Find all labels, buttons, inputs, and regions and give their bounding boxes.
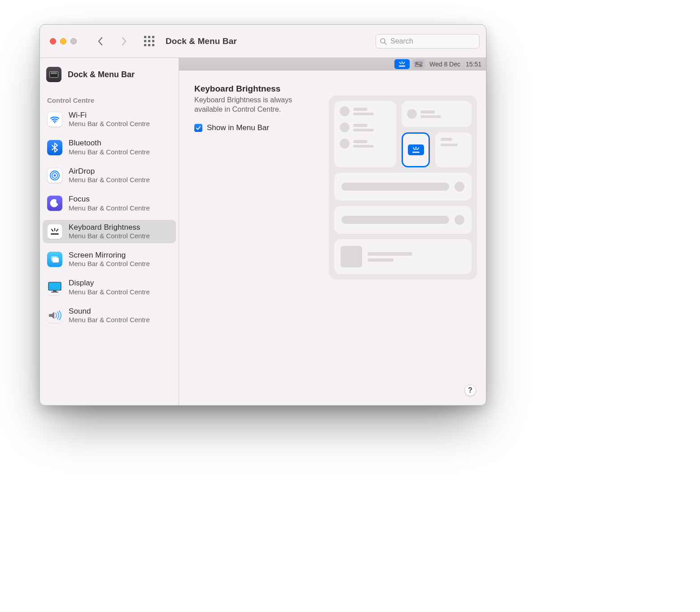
- bluetooth-icon: [47, 140, 62, 155]
- sidebar-item-sub: Menu Bar & Control Centre: [69, 204, 150, 212]
- page-title: Dock & Menu Bar: [166, 36, 237, 46]
- preview-tile: [334, 206, 472, 234]
- sidebar-item-sub: Menu Bar & Control Centre: [69, 148, 150, 156]
- focus-icon: [47, 196, 62, 211]
- nav-buttons: [96, 36, 129, 46]
- sidebar-item-screen-mirroring[interactable]: Screen Mirroring Menu Bar & Control Cent…: [43, 248, 176, 271]
- svg-rect-12: [48, 282, 61, 290]
- sidebar-item-label: Keyboard Brightness: [69, 223, 150, 232]
- svg-line-25: [413, 148, 415, 150]
- sidebar-section-control-centre: Control Centre: [43, 94, 176, 108]
- checkbox-checked-icon: [194, 124, 202, 132]
- preview-tile: [435, 132, 472, 167]
- svg-rect-15: [399, 66, 405, 66]
- svg-point-5: [53, 174, 56, 176]
- traffic-lights: [50, 38, 77, 44]
- content-title: Keyboard Brightness: [194, 84, 471, 94]
- window-toolbar: Dock & Menu Bar: [40, 25, 486, 58]
- sidebar-item-label: AirDrop: [69, 167, 150, 176]
- preview-tile: [334, 101, 396, 167]
- menubar-preview-strip: Wed 8 Dec 15:51: [179, 58, 486, 70]
- display-icon: [47, 280, 62, 295]
- menubar-keyboard-brightness-indicator: [394, 59, 410, 69]
- svg-rect-13: [53, 290, 57, 292]
- back-button[interactable]: [96, 36, 105, 46]
- control-centre-icon: [415, 61, 423, 67]
- zoom-window-button[interactable]: [70, 38, 77, 44]
- menubar-date: Wed 8 Dec: [429, 61, 460, 68]
- sidebar-header-dock-and-menu-bar[interactable]: Dock & Menu Bar: [43, 67, 176, 91]
- sidebar-item-label: Display: [69, 279, 150, 288]
- chevron-left-icon: [97, 37, 104, 46]
- menubar-control-centre-indicator: [412, 59, 425, 69]
- sidebar-item-airdrop[interactable]: AirDrop Menu Bar & Control Centre: [43, 164, 176, 187]
- sidebar-item-focus[interactable]: Focus Menu Bar & Control Centre: [43, 192, 176, 215]
- svg-line-26: [417, 148, 419, 150]
- svg-point-2: [54, 122, 55, 123]
- airdrop-icon: [47, 168, 62, 183]
- sidebar-item-label: Focus: [69, 195, 150, 204]
- help-label: ?: [468, 386, 472, 394]
- window-body: Dock & Menu Bar Control Centre W: [40, 58, 486, 405]
- minimize-window-button[interactable]: [60, 38, 66, 44]
- sidebar-item-sub: Menu Bar & Control Centre: [69, 316, 150, 324]
- sidebar: Dock & Menu Bar Control Centre W: [40, 58, 179, 405]
- svg-point-22: [420, 65, 421, 66]
- keyboard-brightness-icon: [411, 146, 421, 153]
- sound-icon: [47, 308, 62, 323]
- svg-line-17: [399, 62, 401, 64]
- keyboard-brightness-icon: [398, 61, 407, 67]
- close-window-button[interactable]: [50, 38, 56, 44]
- svg-rect-14: [51, 292, 58, 293]
- search-icon: [380, 38, 387, 45]
- show-all-prefs-button[interactable]: [144, 36, 155, 47]
- svg-line-18: [403, 62, 405, 64]
- svg-line-8: [52, 229, 53, 231]
- preview-tile: [402, 101, 472, 127]
- screen-mirroring-icon: [47, 252, 62, 267]
- content-pane: Wed 8 Dec 15:51 Keyboard Brightness Keyb…: [179, 58, 486, 405]
- svg-line-1: [385, 43, 386, 44]
- sidebar-item-bluetooth[interactable]: Bluetooth Menu Bar & Control Centre: [43, 136, 176, 159]
- checkbox-label: Show in Menu Bar: [207, 123, 269, 132]
- sidebar-item-label: Sound: [69, 307, 150, 316]
- chevron-right-icon: [121, 37, 127, 46]
- sidebar-item-sound[interactable]: Sound Menu Bar & Control Centre: [43, 304, 176, 327]
- preview-tile-keyboard-brightness-selected: [402, 132, 430, 167]
- sidebar-item-sub: Menu Bar & Control Centre: [69, 120, 150, 128]
- control-centre-preview: [329, 96, 477, 280]
- preferences-window: Dock & Menu Bar Dock & Menu Bar: [39, 24, 486, 406]
- svg-rect-6: [51, 233, 59, 235]
- sidebar-header-label: Dock & Menu Bar: [68, 70, 135, 79]
- keyboard-brightness-icon: [47, 224, 62, 239]
- sidebar-item-sub: Menu Bar & Control Centre: [69, 176, 150, 184]
- sidebar-item-label: Bluetooth: [69, 139, 150, 148]
- sidebar-item-sub: Menu Bar & Control Centre: [69, 232, 150, 240]
- svg-point-20: [416, 62, 418, 64]
- svg-rect-23: [412, 152, 420, 153]
- content-description: Keyboard Brightness is always available …: [194, 96, 311, 114]
- dock-and-menu-bar-icon: [46, 67, 61, 82]
- sidebar-item-wifi[interactable]: Wi-Fi Menu Bar & Control Centre: [43, 108, 176, 131]
- preview-tile: [334, 173, 472, 201]
- help-button[interactable]: ?: [464, 385, 476, 396]
- sidebar-item-sub: Menu Bar & Control Centre: [69, 260, 150, 268]
- search-field[interactable]: [376, 34, 480, 48]
- svg-rect-11: [52, 258, 59, 262]
- preview-tile: [334, 239, 472, 274]
- sidebar-item-sub: Menu Bar & Control Centre: [69, 288, 150, 296]
- svg-line-9: [57, 229, 58, 231]
- sidebar-item-label: Wi-Fi: [69, 111, 150, 120]
- sidebar-item-display[interactable]: Display Menu Bar & Control Centre: [43, 275, 176, 299]
- search-input[interactable]: [389, 37, 476, 46]
- wifi-icon: [47, 112, 62, 127]
- sidebar-item-keyboard-brightness[interactable]: Keyboard Brightness Menu Bar & Control C…: [43, 220, 176, 243]
- sidebar-item-label: Screen Mirroring: [69, 251, 150, 260]
- forward-button[interactable]: [119, 36, 129, 46]
- menubar-time: 15:51: [466, 61, 481, 68]
